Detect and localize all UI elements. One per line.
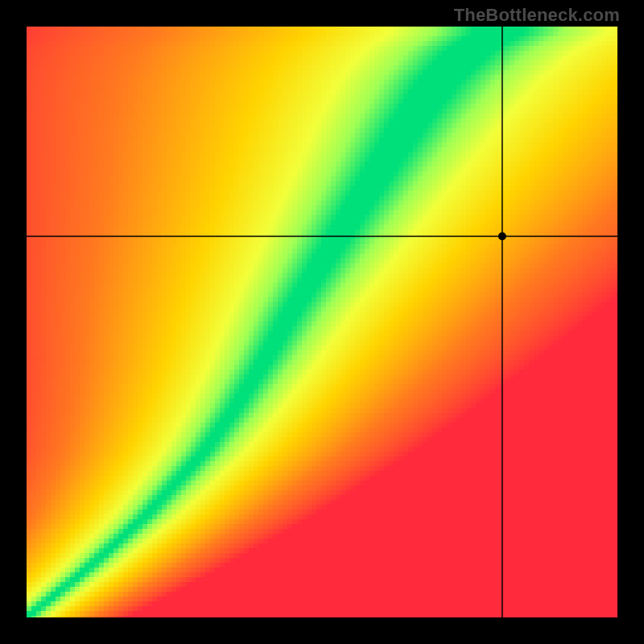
heatmap-plot xyxy=(27,27,617,617)
watermark-text: TheBottleneck.com xyxy=(454,5,620,26)
heatmap-canvas xyxy=(27,27,617,617)
chart-frame: TheBottleneck.com xyxy=(0,0,644,644)
